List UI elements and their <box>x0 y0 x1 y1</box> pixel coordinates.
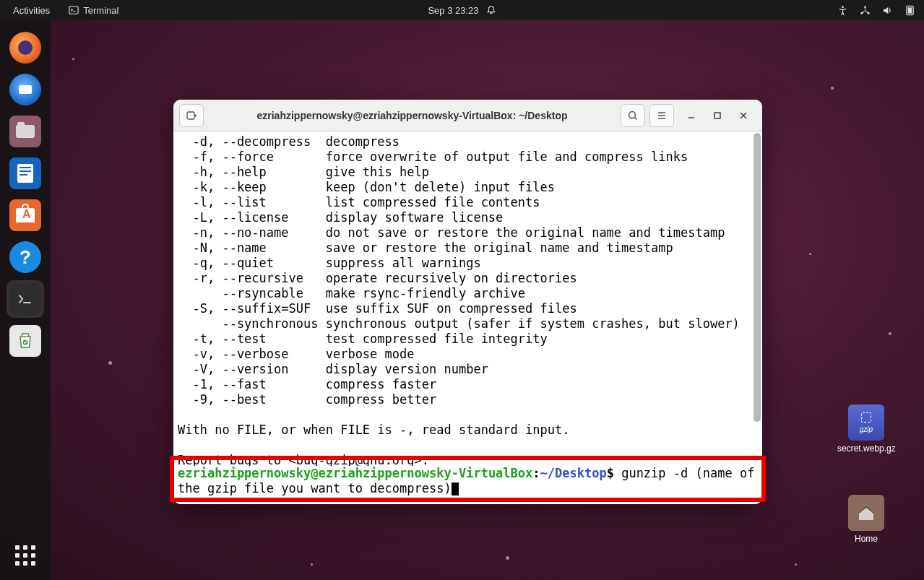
star <box>72 58 74 60</box>
dock-terminal[interactable] <box>7 280 44 318</box>
top-bar: Activities Terminal Sep 3 23:23 <box>0 0 924 20</box>
clock-area[interactable]: Sep 3 23:23 <box>428 5 496 16</box>
minimize-icon <box>687 111 696 120</box>
network-icon <box>860 5 871 16</box>
svg-point-9 <box>629 111 636 118</box>
app-indicator[interactable]: Terminal <box>63 5 124 16</box>
home-folder-icon <box>848 495 884 531</box>
cursor <box>452 482 459 495</box>
svg-rect-6 <box>908 7 912 13</box>
files-icon <box>9 116 41 147</box>
svg-rect-8 <box>187 112 194 119</box>
desktop-file-label: secret.webp.gz <box>837 443 895 454</box>
search-button[interactable] <box>621 104 645 127</box>
desktop-home-folder[interactable]: Home <box>837 495 895 544</box>
app-indicator-label: Terminal <box>83 5 118 16</box>
prompt-dollar: $ <box>607 466 621 480</box>
menu-button[interactable] <box>649 104 674 127</box>
terminal-body[interactable]: -d, --decompress decompress -f, --force … <box>173 131 762 504</box>
prompt-at: @ <box>311 466 318 480</box>
star <box>311 563 313 566</box>
dock-files[interactable] <box>7 113 44 150</box>
star <box>809 253 811 255</box>
dock-thunderbird[interactable] <box>7 71 44 108</box>
svg-rect-0 <box>69 7 78 14</box>
maximize-icon <box>713 111 722 120</box>
software-icon: A <box>9 199 41 231</box>
svg-point-2 <box>864 6 866 8</box>
dock-writer[interactable] <box>7 155 44 192</box>
show-apps-button[interactable] <box>11 541 40 570</box>
dock-firefox[interactable] <box>7 29 44 66</box>
close-button[interactable] <box>738 110 749 121</box>
dock-trash[interactable] <box>7 322 44 360</box>
status-area[interactable] <box>837 5 915 16</box>
scrollbar[interactable] <box>754 133 761 503</box>
accessibility-icon <box>837 5 848 16</box>
window-controls <box>678 110 756 121</box>
svg-point-1 <box>842 6 844 8</box>
activities-button[interactable]: Activities <box>0 5 63 16</box>
terminal-output: -d, --decompress decompress -f, --force … <box>178 134 759 468</box>
minimize-button[interactable] <box>686 110 697 121</box>
dock-help[interactable]: ? <box>7 238 44 276</box>
notifications-icon <box>486 5 496 15</box>
prompt-host: ezriahzippernowsky-VirtualBox <box>318 466 532 480</box>
titlebar[interactable]: ezriahzippernowsky@ezriahzippernowsky-Vi… <box>173 100 762 131</box>
prompt-colon: : <box>532 466 540 480</box>
thunderbird-icon <box>9 74 41 105</box>
gzip-file-icon: gzip <box>848 404 884 441</box>
prompt-user: ezriahzippernowsky <box>178 466 311 480</box>
datetime-label: Sep 3 23:23 <box>428 5 478 16</box>
window-title: ezriahzippernowsky@ezriahzippernowsky-Vi… <box>208 110 616 121</box>
terminal-prompt-line[interactable]: ezriahzippernowsky@ezriahzippernowsky-Vi… <box>178 466 756 496</box>
terminal-window: ezriahzippernowsky@ezriahzippernowsky-Vi… <box>173 100 762 504</box>
scrollbar-thumb[interactable] <box>754 133 761 422</box>
volume-icon <box>882 5 893 16</box>
star <box>108 361 112 365</box>
dock-software[interactable]: A <box>7 196 44 234</box>
terminal-icon <box>9 283 41 315</box>
dock: A ? <box>0 20 51 580</box>
power-icon <box>904 5 915 16</box>
maximize-button[interactable] <box>712 110 723 121</box>
star <box>831 87 834 90</box>
star <box>795 563 797 566</box>
help-icon: ? <box>9 241 41 273</box>
firefox-icon <box>9 32 41 64</box>
star <box>889 332 891 335</box>
star <box>506 556 509 560</box>
new-tab-icon <box>186 110 197 121</box>
prompt-path: ~/Desktop <box>540 466 607 480</box>
trash-icon <box>9 325 41 357</box>
new-tab-button[interactable] <box>179 104 204 127</box>
writer-icon <box>9 157 41 189</box>
svg-rect-10 <box>714 113 720 118</box>
desktop-home-label: Home <box>837 534 895 544</box>
close-icon <box>739 111 748 120</box>
desktop-file-gzip[interactable]: gzip secret.webp.gz <box>837 404 895 454</box>
hamburger-icon <box>656 110 668 121</box>
terminal-small-icon <box>69 5 79 15</box>
search-icon <box>627 110 639 121</box>
